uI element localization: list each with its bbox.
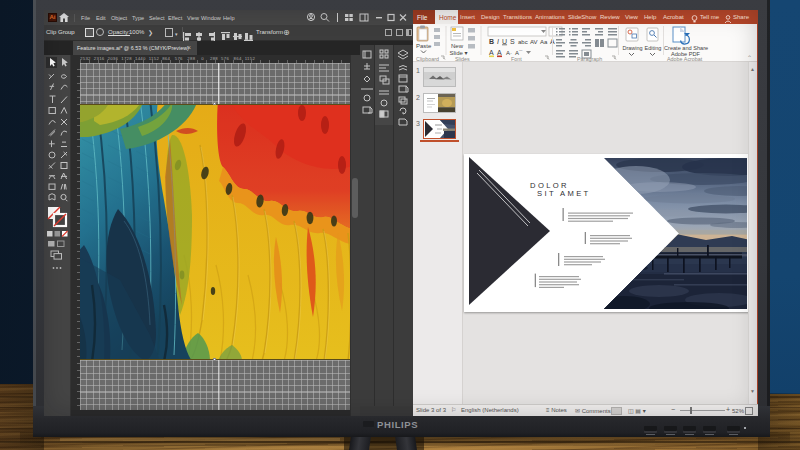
svg-text:Aa: Aa — [540, 39, 548, 45]
svg-text:Drawing: Drawing — [623, 45, 643, 51]
svg-text:Paste: Paste — [416, 43, 432, 49]
svg-text:B: B — [489, 38, 494, 45]
svg-text:Adobe Acrobat: Adobe Acrobat — [667, 56, 703, 62]
svg-text:A: A — [489, 49, 494, 56]
svg-text:New: New — [451, 43, 464, 49]
svg-text:Editing: Editing — [645, 45, 662, 51]
svg-text:A: A — [497, 49, 502, 56]
svg-text:SIT AMET: SIT AMET — [537, 189, 591, 198]
svg-text:Paragraph: Paragraph — [577, 56, 602, 62]
svg-text:⌃: ⌃ — [747, 55, 752, 61]
svg-text:S: S — [510, 38, 515, 45]
svg-text:abc: abc — [518, 39, 528, 45]
svg-text:U: U — [502, 38, 507, 45]
svg-text:AV: AV — [530, 39, 538, 45]
svg-text:Clipboard: Clipboard — [416, 56, 439, 62]
svg-text:I: I — [497, 38, 499, 45]
svg-text:Font: Font — [511, 56, 522, 62]
svg-text:Slides: Slides — [455, 56, 470, 62]
